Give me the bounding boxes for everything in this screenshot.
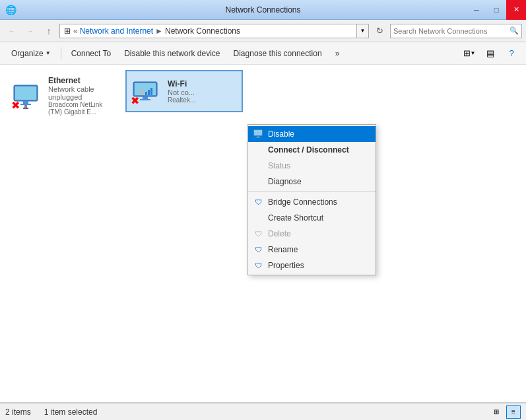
toolbar: Organize ▼ Connect To Disable this netwo… bbox=[0, 42, 526, 65]
organize-button[interactable]: Organize ▼ bbox=[5, 45, 57, 62]
svg-rect-16 bbox=[254, 130, 262, 135]
svg-rect-13 bbox=[143, 91, 145, 95]
ethernet-info: Ethernet Network cable unplugged Broadco… bbox=[48, 76, 117, 116]
help-button[interactable]: ? bbox=[502, 45, 521, 62]
svg-rect-9 bbox=[140, 99, 150, 100]
svg-rect-3 bbox=[20, 104, 31, 105]
connect-to-label: Connect To bbox=[71, 49, 112, 58]
wifi-status: Not co... bbox=[168, 88, 195, 96]
organize-arrow: ▼ bbox=[46, 50, 51, 56]
details-icon: ▤ bbox=[486, 48, 494, 58]
back-button[interactable]: ← bbox=[4, 23, 20, 39]
window-title: Network Connections bbox=[225, 5, 300, 15]
forward-button[interactable]: → bbox=[22, 23, 38, 39]
maximize-button[interactable]: □ bbox=[486, 0, 506, 20]
content-area: ✖ Ethernet Network cable unplugged Broad… bbox=[0, 65, 526, 403]
ctx-properties[interactable]: 🛡 Properties bbox=[248, 258, 376, 273]
delete-shield-icon: 🛡 bbox=[252, 228, 264, 240]
ethernet-adapter: Broadcom NetLink (TM) Gigabit E... bbox=[48, 101, 117, 116]
ctx-delete-label: Delete bbox=[268, 229, 291, 238]
rename-shield-icon: 🛡 bbox=[252, 244, 264, 256]
wifi-icon-wrap: ✖ bbox=[131, 75, 162, 107]
toolbar-separator-1 bbox=[61, 47, 61, 60]
wifi-status-icon: ✖ bbox=[131, 94, 139, 107]
search-input[interactable] bbox=[393, 27, 510, 35]
window-icon: 🌐 bbox=[5, 5, 16, 15]
ctx-diagnose-label: Diagnose bbox=[268, 177, 302, 186]
wifi-item[interactable]: ✖ Wi-Fi Not co... Realtek... bbox=[125, 70, 243, 112]
ethernet-status-icon: ✖ bbox=[11, 99, 20, 112]
ctx-status: Status bbox=[248, 158, 376, 174]
breadcrumb: ⊞ « Network and Internet ► Network Conne… bbox=[59, 24, 357, 38]
svg-rect-5 bbox=[23, 108, 28, 109]
title-bar: 🌐 Network Connections ─ □ ✕ bbox=[0, 0, 526, 20]
organize-label: Organize bbox=[11, 49, 44, 58]
svg-rect-8 bbox=[143, 96, 148, 99]
breadcrumb-icon: ⊞ bbox=[64, 26, 71, 36]
connect-to-button[interactable]: Connect To bbox=[65, 45, 117, 62]
ethernet-icon-wrap: ✖ bbox=[11, 80, 43, 112]
more-button[interactable]: » bbox=[329, 45, 346, 62]
breadcrumb-sep0: « bbox=[73, 26, 78, 36]
props-shield-icon: 🛡 bbox=[252, 260, 264, 271]
svg-rect-11 bbox=[148, 90, 150, 95]
breadcrumb-network-internet[interactable]: Network and Internet bbox=[80, 26, 153, 36]
help-icon: ? bbox=[509, 48, 513, 58]
diagnose-label: Diagnose this connection bbox=[234, 49, 322, 58]
svg-rect-2 bbox=[23, 101, 28, 104]
ctx-rename-label: Rename bbox=[268, 245, 298, 254]
large-icons-view-btn[interactable]: ⊞ bbox=[489, 405, 504, 419]
ctx-delete: 🛡 Delete bbox=[248, 226, 376, 242]
breadcrumb-network-connections: Network Connections bbox=[165, 26, 240, 36]
view-icon: ⊞ bbox=[463, 48, 471, 58]
wifi-info: Wi-Fi Not co... Realtek... bbox=[168, 79, 195, 104]
disable-device-button[interactable]: Disable this network device bbox=[118, 45, 226, 62]
close-button[interactable]: ✕ bbox=[506, 0, 526, 20]
ctx-disable[interactable]: Disable bbox=[248, 126, 376, 142]
address-dropdown[interactable]: ▼ bbox=[357, 24, 369, 38]
ethernet-name: Ethernet bbox=[48, 76, 117, 85]
minimize-button[interactable]: ─ bbox=[467, 0, 486, 20]
wifi-name: Wi-Fi bbox=[168, 79, 195, 88]
ctx-connect-disconnect[interactable]: Connect / Disconnect bbox=[248, 142, 376, 158]
svg-rect-17 bbox=[257, 136, 259, 137]
ctx-rename[interactable]: 🛡 Rename bbox=[248, 242, 376, 258]
search-icon: 🔍 bbox=[510, 26, 519, 35]
breadcrumb-arrow1: ► bbox=[155, 26, 163, 36]
disable-icon bbox=[252, 128, 264, 140]
search-bar: 🔍 bbox=[390, 24, 522, 38]
wifi-adapter: Realtek... bbox=[168, 96, 195, 104]
view-change-button[interactable]: ⊞ ▼ bbox=[460, 45, 478, 62]
ctx-shortcut-label: Create Shortcut bbox=[268, 213, 323, 223]
ctx-disable-label: Disable bbox=[268, 129, 294, 139]
diagnose-button[interactable]: Diagnose this connection bbox=[228, 45, 328, 62]
svg-rect-14 bbox=[140, 89, 142, 95]
ctx-bridge-label: Bridge Connections bbox=[268, 197, 337, 207]
ctx-properties-label: Properties bbox=[268, 261, 304, 270]
up-button[interactable]: ↑ bbox=[41, 23, 57, 39]
ethernet-status: Network cable unplugged bbox=[48, 85, 117, 101]
ctx-bridge[interactable]: 🛡 Bridge Connections bbox=[248, 194, 376, 210]
status-bar: 2 items 1 item selected ⊞ ≡ bbox=[0, 403, 526, 420]
svg-rect-10 bbox=[145, 92, 147, 95]
ethernet-item[interactable]: ✖ Ethernet Network cable unplugged Broad… bbox=[5, 70, 123, 122]
ctx-status-label: Status bbox=[268, 161, 290, 170]
list-view-btn[interactable]: ≡ bbox=[506, 405, 521, 419]
items-count: 2 items bbox=[5, 407, 31, 417]
disable-device-label: Disable this network device bbox=[124, 49, 220, 58]
context-menu: Disable Connect / Disconnect Status Diag… bbox=[247, 124, 376, 275]
svg-rect-1 bbox=[15, 87, 36, 100]
more-label: » bbox=[335, 49, 340, 58]
address-bar: ← → ↑ ⊞ « Network and Internet ► Network… bbox=[0, 20, 526, 42]
bridge-shield-icon: 🛡 bbox=[252, 196, 264, 208]
ctx-separator-1 bbox=[248, 192, 376, 192]
ctx-create-shortcut[interactable]: Create Shortcut bbox=[248, 210, 376, 226]
selected-count: 1 item selected bbox=[44, 407, 98, 417]
ctx-diagnose[interactable]: Diagnose bbox=[248, 174, 376, 190]
ctx-connect-label: Connect / Disconnect bbox=[268, 145, 349, 155]
view-dropdown-icon: ▼ bbox=[471, 50, 476, 56]
refresh-button[interactable]: ↻ bbox=[372, 23, 387, 39]
svg-rect-18 bbox=[255, 137, 261, 138]
details-pane-button[interactable]: ▤ bbox=[481, 45, 500, 62]
svg-rect-12 bbox=[150, 88, 152, 95]
